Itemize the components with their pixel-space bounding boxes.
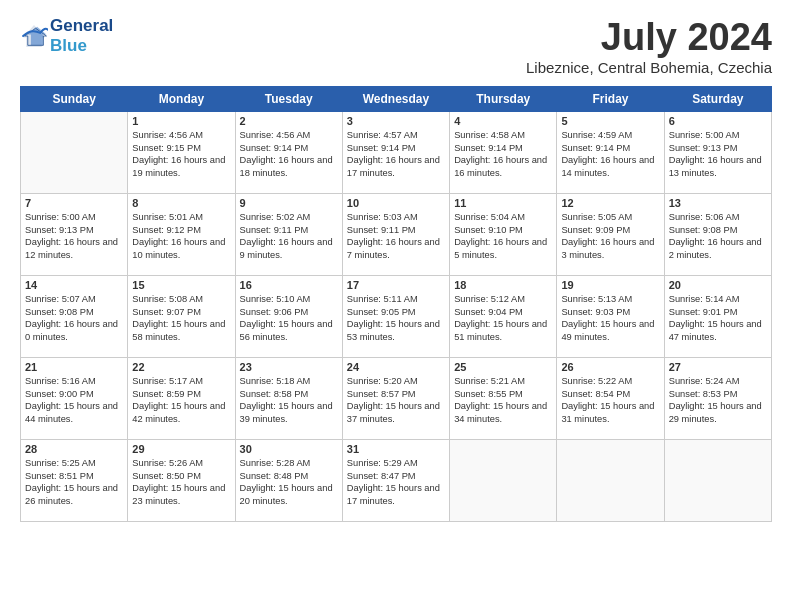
cal-cell-5-4: 31Sunrise: 5:29 AMSunset: 8:47 PMDayligh…: [342, 440, 449, 522]
sunrise-text: Sunrise: 5:04 AM: [454, 211, 552, 224]
day-number: 22: [132, 361, 230, 373]
sunset-text: Sunset: 9:03 PM: [561, 306, 659, 319]
cal-cell-4-1: 21Sunrise: 5:16 AMSunset: 9:00 PMDayligh…: [21, 358, 128, 440]
sunrise-text: Sunrise: 5:21 AM: [454, 375, 552, 388]
cal-cell-3-5: 18Sunrise: 5:12 AMSunset: 9:04 PMDayligh…: [450, 276, 557, 358]
cal-cell-3-3: 16Sunrise: 5:10 AMSunset: 9:06 PMDayligh…: [235, 276, 342, 358]
sunset-text: Sunset: 9:00 PM: [25, 388, 123, 401]
sunrise-text: Sunrise: 5:13 AM: [561, 293, 659, 306]
cal-cell-1-3: 2Sunrise: 4:56 AMSunset: 9:14 PMDaylight…: [235, 112, 342, 194]
cal-cell-4-4: 24Sunrise: 5:20 AMSunset: 8:57 PMDayligh…: [342, 358, 449, 440]
cal-cell-2-6: 12Sunrise: 5:05 AMSunset: 9:09 PMDayligh…: [557, 194, 664, 276]
cal-cell-2-5: 11Sunrise: 5:04 AMSunset: 9:10 PMDayligh…: [450, 194, 557, 276]
sunrise-text: Sunrise: 4:56 AM: [132, 129, 230, 142]
day-number: 13: [669, 197, 767, 209]
sunset-text: Sunset: 8:48 PM: [240, 470, 338, 483]
cal-cell-3-1: 14Sunrise: 5:07 AMSunset: 9:08 PMDayligh…: [21, 276, 128, 358]
cal-cell-1-4: 3Sunrise: 4:57 AMSunset: 9:14 PMDaylight…: [342, 112, 449, 194]
day-number: 11: [454, 197, 552, 209]
day-number: 6: [669, 115, 767, 127]
cal-cell-5-7: [664, 440, 771, 522]
day-number: 18: [454, 279, 552, 291]
daylight-text: Daylight: 15 hours and 47 minutes.: [669, 318, 767, 343]
week-row-1: 1Sunrise: 4:56 AMSunset: 9:15 PMDaylight…: [21, 112, 772, 194]
cal-cell-1-5: 4Sunrise: 4:58 AMSunset: 9:14 PMDaylight…: [450, 112, 557, 194]
sunset-text: Sunset: 9:06 PM: [240, 306, 338, 319]
daylight-text: Daylight: 16 hours and 0 minutes.: [25, 318, 123, 343]
day-number: 19: [561, 279, 659, 291]
day-number: 26: [561, 361, 659, 373]
day-number: 31: [347, 443, 445, 455]
header: General Blue July 2024 Libeznice, Centra…: [20, 16, 772, 76]
logo-icon: [20, 22, 48, 50]
sunrise-text: Sunrise: 5:18 AM: [240, 375, 338, 388]
cal-cell-4-7: 27Sunrise: 5:24 AMSunset: 8:53 PMDayligh…: [664, 358, 771, 440]
sunrise-text: Sunrise: 4:56 AM: [240, 129, 338, 142]
daylight-text: Daylight: 15 hours and 49 minutes.: [561, 318, 659, 343]
sunset-text: Sunset: 9:10 PM: [454, 224, 552, 237]
daylight-text: Daylight: 16 hours and 13 minutes.: [669, 154, 767, 179]
cal-cell-2-7: 13Sunrise: 5:06 AMSunset: 9:08 PMDayligh…: [664, 194, 771, 276]
daylight-text: Daylight: 16 hours and 7 minutes.: [347, 236, 445, 261]
daylight-text: Daylight: 16 hours and 12 minutes.: [25, 236, 123, 261]
daylight-text: Daylight: 15 hours and 51 minutes.: [454, 318, 552, 343]
sunset-text: Sunset: 9:07 PM: [132, 306, 230, 319]
week-row-5: 28Sunrise: 5:25 AMSunset: 8:51 PMDayligh…: [21, 440, 772, 522]
sunset-text: Sunset: 9:11 PM: [347, 224, 445, 237]
daylight-text: Daylight: 15 hours and 20 minutes.: [240, 482, 338, 507]
sunrise-text: Sunrise: 4:58 AM: [454, 129, 552, 142]
daylight-text: Daylight: 15 hours and 34 minutes.: [454, 400, 552, 425]
cal-cell-1-6: 5Sunrise: 4:59 AMSunset: 9:14 PMDaylight…: [557, 112, 664, 194]
cal-cell-5-5: [450, 440, 557, 522]
week-row-4: 21Sunrise: 5:16 AMSunset: 9:00 PMDayligh…: [21, 358, 772, 440]
day-number: 12: [561, 197, 659, 209]
daylight-text: Daylight: 15 hours and 58 minutes.: [132, 318, 230, 343]
cal-cell-1-2: 1Sunrise: 4:56 AMSunset: 9:15 PMDaylight…: [128, 112, 235, 194]
sunrise-text: Sunrise: 5:14 AM: [669, 293, 767, 306]
sunrise-text: Sunrise: 4:59 AM: [561, 129, 659, 142]
cal-cell-4-6: 26Sunrise: 5:22 AMSunset: 8:54 PMDayligh…: [557, 358, 664, 440]
sunrise-text: Sunrise: 5:05 AM: [561, 211, 659, 224]
sunset-text: Sunset: 9:08 PM: [25, 306, 123, 319]
cal-cell-2-1: 7Sunrise: 5:00 AMSunset: 9:13 PMDaylight…: [21, 194, 128, 276]
sunset-text: Sunset: 9:13 PM: [669, 142, 767, 155]
day-number: 4: [454, 115, 552, 127]
sunrise-text: Sunrise: 5:17 AM: [132, 375, 230, 388]
sunrise-text: Sunrise: 5:01 AM: [132, 211, 230, 224]
day-number: 21: [25, 361, 123, 373]
calendar-body: 1Sunrise: 4:56 AMSunset: 9:15 PMDaylight…: [21, 112, 772, 522]
cal-cell-5-2: 29Sunrise: 5:26 AMSunset: 8:50 PMDayligh…: [128, 440, 235, 522]
day-number: 27: [669, 361, 767, 373]
sunrise-text: Sunrise: 5:24 AM: [669, 375, 767, 388]
page: General Blue July 2024 Libeznice, Centra…: [0, 0, 792, 532]
daylight-text: Daylight: 16 hours and 14 minutes.: [561, 154, 659, 179]
day-number: 28: [25, 443, 123, 455]
day-number: 30: [240, 443, 338, 455]
day-number: 23: [240, 361, 338, 373]
daylight-text: Daylight: 16 hours and 17 minutes.: [347, 154, 445, 179]
sunset-text: Sunset: 9:14 PM: [240, 142, 338, 155]
sunrise-text: Sunrise: 5:02 AM: [240, 211, 338, 224]
day-number: 15: [132, 279, 230, 291]
sunrise-text: Sunrise: 5:07 AM: [25, 293, 123, 306]
logo: General Blue: [20, 16, 113, 55]
sunset-text: Sunset: 9:05 PM: [347, 306, 445, 319]
daylight-text: Daylight: 15 hours and 29 minutes.: [669, 400, 767, 425]
sunrise-text: Sunrise: 5:10 AM: [240, 293, 338, 306]
week-row-2: 7Sunrise: 5:00 AMSunset: 9:13 PMDaylight…: [21, 194, 772, 276]
day-number: 2: [240, 115, 338, 127]
cal-cell-1-7: 6Sunrise: 5:00 AMSunset: 9:13 PMDaylight…: [664, 112, 771, 194]
sunset-text: Sunset: 9:11 PM: [240, 224, 338, 237]
sunset-text: Sunset: 9:12 PM: [132, 224, 230, 237]
location-title: Libeznice, Central Bohemia, Czechia: [526, 59, 772, 76]
sunset-text: Sunset: 8:58 PM: [240, 388, 338, 401]
daylight-text: Daylight: 15 hours and 44 minutes.: [25, 400, 123, 425]
sunrise-text: Sunrise: 5:06 AM: [669, 211, 767, 224]
day-number: 3: [347, 115, 445, 127]
day-number: 9: [240, 197, 338, 209]
sunset-text: Sunset: 8:51 PM: [25, 470, 123, 483]
title-block: July 2024 Libeznice, Central Bohemia, Cz…: [526, 16, 772, 76]
daylight-text: Daylight: 16 hours and 10 minutes.: [132, 236, 230, 261]
daylight-text: Daylight: 16 hours and 19 minutes.: [132, 154, 230, 179]
day-number: 7: [25, 197, 123, 209]
